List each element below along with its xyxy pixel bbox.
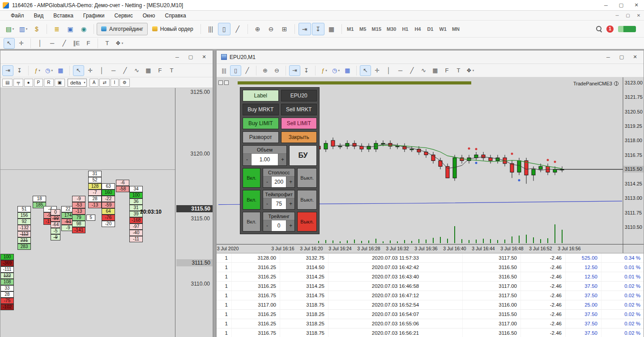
line-chart-icon[interactable]: ╱ xyxy=(231,23,244,35)
object-list-icon[interactable] xyxy=(224,80,229,85)
vline-icon[interactable]: │ xyxy=(34,38,46,49)
table-row[interactable]: 13116.253114.252020.07.03 16:46:583117.0… xyxy=(217,282,644,291)
chart-grid-icon[interactable]: ▦ xyxy=(55,65,66,76)
notification-badge[interactable]: 1 xyxy=(606,25,614,33)
cursor-icon[interactable]: ↖ xyxy=(360,65,371,76)
right-maximize-icon[interactable]: ▢ xyxy=(615,51,628,63)
table-row[interactable]: 13116.253114.502020.07.03 16:42:423116.5… xyxy=(217,263,644,272)
menu-item-Справка[interactable]: Справка xyxy=(161,11,191,21)
takeprofit-off-button[interactable]: Выкл. xyxy=(297,190,317,210)
timeframe-M15[interactable]: M15 xyxy=(370,23,384,35)
vline-icon[interactable]: │ xyxy=(383,65,394,76)
profile-p-icon[interactable]: P xyxy=(34,79,43,87)
time-axis[interactable]: 3 Jul 20203 Jul 16:163 Jul 16:203 Jul 16… xyxy=(217,244,644,253)
zoom-out-icon[interactable]: ⊖ xyxy=(265,23,277,35)
fibo-icon[interactable]: F xyxy=(154,65,166,76)
zoom-in-icon[interactable]: ⊕ xyxy=(252,23,264,35)
child-restore-icon[interactable]: ▢ xyxy=(623,11,633,21)
zoom-out-icon[interactable]: ⊖ xyxy=(271,65,282,76)
shift-end-icon[interactable]: ↧ xyxy=(312,23,324,35)
child-close-icon[interactable]: ✕ xyxy=(633,11,644,21)
cluster-chart-canvas[interactable]: 100-369-1111221083328-75-1025115692-132-… xyxy=(0,88,213,337)
maximize-icon[interactable]: ▢ xyxy=(614,0,629,10)
buy-limit-button[interactable]: Buy LIMIT xyxy=(243,118,279,129)
left-maximize-icon[interactable]: ▢ xyxy=(184,51,197,63)
takeprofit-minus-button[interactable]: - xyxy=(263,198,271,209)
menu-item-Файл[interactable]: Файл xyxy=(6,11,29,21)
hline-icon[interactable]: ─ xyxy=(47,38,58,49)
grid-dots-icon[interactable]: ▦ xyxy=(430,65,441,76)
line-chart-icon[interactable]: ╱ xyxy=(242,65,253,76)
trailing-off-button[interactable]: Выкл. xyxy=(297,212,317,232)
grid-dots-icon[interactable]: ▦ xyxy=(143,65,154,76)
data-window-icon[interactable]: ▣ xyxy=(64,23,77,35)
timeframe-MN[interactable]: MN xyxy=(450,23,462,35)
timeframe-clock-icon[interactable]: ◷▾ xyxy=(43,65,55,76)
text-icon[interactable]: T xyxy=(166,65,177,76)
table-row[interactable]: 13116.753114.752020.07.03 16:47:123117.5… xyxy=(217,291,644,300)
timeframe-H4[interactable]: H4 xyxy=(412,23,423,35)
candles-chart-icon[interactable]: ▯ xyxy=(218,23,230,35)
takeprofit-value[interactable]: 75 xyxy=(271,198,286,209)
stoploss-minus-button[interactable]: - xyxy=(263,177,271,187)
shift-end-icon[interactable]: ↧ xyxy=(301,65,312,76)
text-icon[interactable]: T xyxy=(453,65,464,76)
chart-profiles-icon[interactable]: ▥▾ xyxy=(17,23,30,35)
cursor-icon[interactable]: ↖ xyxy=(4,38,15,49)
timeframe-M30[interactable]: M30 xyxy=(384,23,398,35)
menu-item-Вид[interactable]: Вид xyxy=(30,11,48,21)
trailing-minus-button[interactable]: - xyxy=(263,220,271,231)
zoom-in-icon[interactable]: ⊕ xyxy=(260,65,271,76)
chart-grid-icon[interactable]: ▦ xyxy=(342,65,353,76)
vline-icon[interactable]: │ xyxy=(96,65,107,76)
tile-windows-icon[interactable]: ⊞ xyxy=(278,23,291,35)
menu-item-Окно[interactable]: Окно xyxy=(138,11,160,21)
close-icon[interactable]: ✕ xyxy=(629,0,644,10)
equidistant-channel-icon[interactable]: ∥E xyxy=(71,38,82,49)
sell-limit-button[interactable]: Sell LIMIT xyxy=(281,118,317,129)
object-list-icon[interactable] xyxy=(218,80,223,85)
candles-chart-icon[interactable]: ▯ xyxy=(230,65,241,76)
signals-icon[interactable]: ◉ xyxy=(77,23,90,35)
fibo-icon[interactable]: F xyxy=(441,65,452,76)
volume-plus-button[interactable]: + xyxy=(278,154,286,165)
stoploss-on-button[interactable]: Вкл. xyxy=(243,168,260,188)
wave-icon[interactable]: ∿ xyxy=(418,65,429,76)
trendline-icon[interactable]: ╱ xyxy=(59,38,70,49)
color-picker-icon[interactable]: ❖▾ xyxy=(465,65,476,76)
table-row[interactable]: 13128.003132.752020.07.03 11:57:333117.5… xyxy=(217,253,644,263)
takeprofit-plus-button[interactable]: + xyxy=(286,198,294,209)
child-minimize-icon[interactable]: ─ xyxy=(612,11,623,21)
cluster-settings-icon[interactable]: ⚙ xyxy=(119,79,130,87)
table-row[interactable]: 13116.253114.252020.07.03 16:43:403116.5… xyxy=(217,272,644,282)
cluster-dot-icon[interactable]: ● xyxy=(24,79,33,87)
imbalance-i-icon[interactable]: I xyxy=(111,79,119,87)
left-minimize-icon[interactable]: ─ xyxy=(171,51,184,63)
symbol-button[interactable]: EPU20 xyxy=(281,90,317,101)
cluster-mode-icon[interactable]: ▣ xyxy=(55,79,65,87)
hline-icon[interactable]: ─ xyxy=(395,65,406,76)
right-minimize-icon[interactable]: ─ xyxy=(601,51,615,63)
wave-icon[interactable]: ∿ xyxy=(131,65,142,76)
hline-icon[interactable]: ─ xyxy=(108,65,119,76)
crosshair-icon[interactable]: ✛ xyxy=(16,38,27,49)
left-close-icon[interactable]: ✕ xyxy=(197,51,211,63)
timeframe-M5[interactable]: M5 xyxy=(357,23,369,35)
indicators-icon[interactable]: ƒ▾ xyxy=(32,65,43,76)
stoploss-value[interactable]: 200 xyxy=(271,177,286,187)
shift-end-icon[interactable]: ↧ xyxy=(14,65,25,76)
profile-r-icon[interactable]: R xyxy=(44,79,53,87)
objects-icon[interactable]: ❖▾ xyxy=(114,38,125,49)
text-icon[interactable]: T xyxy=(102,38,113,49)
sell-market-button[interactable]: Sell MRKT xyxy=(281,104,317,115)
trendline-icon[interactable]: ╱ xyxy=(406,65,418,76)
trendline-icon[interactable]: ╱ xyxy=(119,65,131,76)
right-close-icon[interactable]: ✕ xyxy=(628,51,642,63)
timeframe-H1[interactable]: H1 xyxy=(399,23,411,35)
cluster-type-select[interactable]: delta xyxy=(68,79,87,87)
trailing-value[interactable]: 0 xyxy=(271,220,286,231)
reverse-button[interactable]: Разворот xyxy=(243,131,279,143)
fibo-icon[interactable]: F xyxy=(83,38,94,49)
takeprofit-on-button[interactable]: Вкл. xyxy=(243,190,260,210)
market-watch-icon[interactable]: ≣ xyxy=(51,23,63,35)
